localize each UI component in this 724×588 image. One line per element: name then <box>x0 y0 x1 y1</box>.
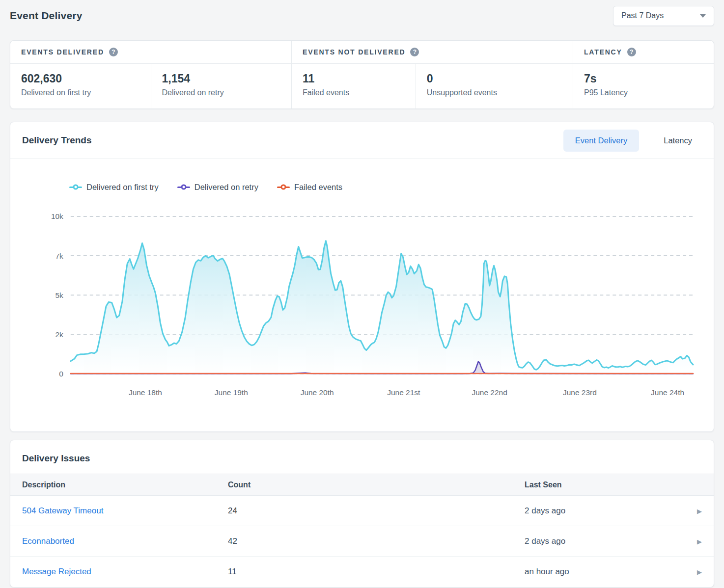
svg-text:5k: 5k <box>56 291 64 299</box>
stat-metric-label: Delivered on first try <box>21 87 140 98</box>
issue-count-cell: 11 <box>228 567 525 577</box>
legend-label: Delivered on retry <box>195 183 258 192</box>
svg-text:June 22nd: June 22nd <box>472 388 507 397</box>
page-header: Event Delivery Past 7 Days <box>10 0 714 27</box>
chart-area: 02k5k7k10k June 18thJune 19thJune 20thJu… <box>10 192 714 431</box>
trends-tabs: Event DeliveryLatency <box>563 130 704 152</box>
issue-description-link[interactable]: Econnaborted <box>22 536 74 546</box>
stat-group-header: LATENCY? <box>573 41 714 64</box>
stat-group-header: EVENTS NOT DELIVERED? <box>292 41 573 64</box>
svg-text:June 19th: June 19th <box>215 388 248 397</box>
svg-text:2k: 2k <box>56 330 64 339</box>
issues-table-header: DescriptionCountLast Seen <box>10 474 714 496</box>
delivery-trends-chart[interactable]: 02k5k7k10k June 18thJune 19thJune 20thJu… <box>10 199 714 405</box>
table-row[interactable]: 504 Gateway Timeout242 days ago▶ <box>10 496 714 526</box>
svg-text:June 18th: June 18th <box>129 388 162 397</box>
table-row[interactable]: Message Rejected11an hour ago▶ <box>10 557 714 587</box>
stat-group: EVENTS DELIVERED?602,630Delivered on fir… <box>10 41 291 108</box>
trends-header: Delivery Trends Event DeliveryLatency <box>10 122 714 159</box>
page-title: Event Delivery <box>10 10 83 22</box>
legend-marker-icon <box>69 185 82 189</box>
issue-count-cell: 24 <box>228 506 525 516</box>
issue-description-link[interactable]: 504 Gateway Timeout <box>22 506 103 515</box>
issues-column-header: Last Seen <box>525 481 674 489</box>
stat-metric: 11Failed events <box>292 64 416 108</box>
svg-text:June 20th: June 20th <box>301 388 334 397</box>
chevron-right-icon[interactable]: ▶ <box>697 568 702 576</box>
stat-metric-value: 1,154 <box>162 72 281 85</box>
issue-actions-cell: ▶ <box>674 537 702 546</box>
tab-latency[interactable]: Latency <box>652 130 704 152</box>
svg-text:June 23rd: June 23rd <box>563 388 597 397</box>
tab-event-delivery[interactable]: Event Delivery <box>563 130 639 152</box>
delivery-trends-card: Delivery Trends Event DeliveryLatency De… <box>10 122 714 432</box>
legend-label: Delivered on first try <box>86 183 159 192</box>
stat-metric: 1,154Delivered on retry <box>151 64 292 108</box>
stat-metric-label: Unsupported events <box>427 87 562 98</box>
issue-last-seen-cell: 2 days ago <box>525 506 674 516</box>
issue-last-seen-cell: an hour ago <box>525 567 674 577</box>
issue-last-seen-cell: 2 days ago <box>525 536 674 546</box>
svg-text:June 24th: June 24th <box>651 388 684 397</box>
stat-metric-value: 11 <box>303 72 405 85</box>
help-icon[interactable]: ? <box>109 48 118 56</box>
chart-x-axis-labels: June 18thJune 19thJune 20thJune 21stJune… <box>129 388 684 397</box>
legend-marker-icon <box>277 185 290 189</box>
stat-group-title: EVENTS DELIVERED <box>21 48 104 56</box>
stat-metric-label: P95 Latency <box>584 87 703 98</box>
delivery-issues-card: Delivery Issues DescriptionCountLast See… <box>10 440 714 588</box>
legend-item[interactable]: Failed events <box>277 183 342 192</box>
date-range-dropdown[interactable]: Past 7 Days <box>613 6 714 26</box>
table-row[interactable]: Econnaborted422 days ago▶ <box>10 526 714 557</box>
stat-metric-label: Delivered on retry <box>162 87 281 98</box>
issues-column-header: Count <box>228 481 525 489</box>
stat-metric-value: 602,630 <box>21 72 140 85</box>
stat-metric: 7sP95 Latency <box>573 64 714 108</box>
stat-metric-value: 7s <box>584 72 703 85</box>
issue-description-cell: Econnaborted <box>22 536 228 546</box>
stats-summary-card: EVENTS DELIVERED?602,630Delivered on fir… <box>10 40 714 109</box>
stat-group: EVENTS NOT DELIVERED?11Failed events0Uns… <box>291 41 573 108</box>
issues-title: Delivery Issues <box>10 440 714 474</box>
stat-group-title: EVENTS NOT DELIVERED <box>303 48 405 56</box>
issue-actions-cell: ▶ <box>674 567 702 576</box>
issues-table-body: 504 Gateway Timeout242 days ago▶Econnabo… <box>10 496 714 587</box>
svg-text:10k: 10k <box>51 212 63 220</box>
stat-group-body: 11Failed events0Unsupported events <box>292 64 573 108</box>
stat-group-body: 7sP95 Latency <box>573 64 714 108</box>
help-icon[interactable]: ? <box>410 48 419 56</box>
chart-legend: Delivered on first tryDelivered on retry… <box>69 182 714 192</box>
issue-description-cell: 504 Gateway Timeout <box>22 506 228 516</box>
issue-count-cell: 42 <box>228 536 525 546</box>
stat-group: LATENCY?7sP95 Latency <box>573 41 714 108</box>
chart-y-axis-labels: 02k5k7k10k <box>51 212 63 378</box>
chevron-down-icon <box>700 14 706 18</box>
legend-item[interactable]: Delivered on retry <box>177 183 258 192</box>
legend-marker-icon <box>177 185 190 189</box>
svg-text:7k: 7k <box>56 252 64 260</box>
issues-column-header: Description <box>22 481 228 489</box>
legend-label: Failed events <box>294 183 342 192</box>
svg-text:June 21st: June 21st <box>387 388 420 397</box>
issue-description-cell: Message Rejected <box>22 567 228 577</box>
event-delivery-page: Event Delivery Past 7 Days EVENTS DELIVE… <box>0 0 724 588</box>
stat-metric: 602,630Delivered on first try <box>10 64 151 108</box>
issue-description-link[interactable]: Message Rejected <box>22 567 91 576</box>
date-range-value: Past 7 Days <box>621 11 664 20</box>
chevron-right-icon[interactable]: ▶ <box>697 538 702 545</box>
chart-series <box>71 241 693 374</box>
stat-group-header: EVENTS DELIVERED? <box>10 41 291 64</box>
help-icon[interactable]: ? <box>627 48 636 56</box>
svg-text:0: 0 <box>59 370 63 378</box>
issue-actions-cell: ▶ <box>674 507 702 515</box>
stat-group-body: 602,630Delivered on first try1,154Delive… <box>10 64 291 108</box>
stat-metric: 0Unsupported events <box>416 64 573 108</box>
stat-metric-label: Failed events <box>303 87 405 98</box>
chevron-right-icon[interactable]: ▶ <box>697 508 702 515</box>
trends-title: Delivery Trends <box>22 135 92 146</box>
stat-metric-value: 0 <box>427 72 562 85</box>
legend-item[interactable]: Delivered on first try <box>69 183 159 192</box>
stat-group-title: LATENCY <box>584 48 622 56</box>
